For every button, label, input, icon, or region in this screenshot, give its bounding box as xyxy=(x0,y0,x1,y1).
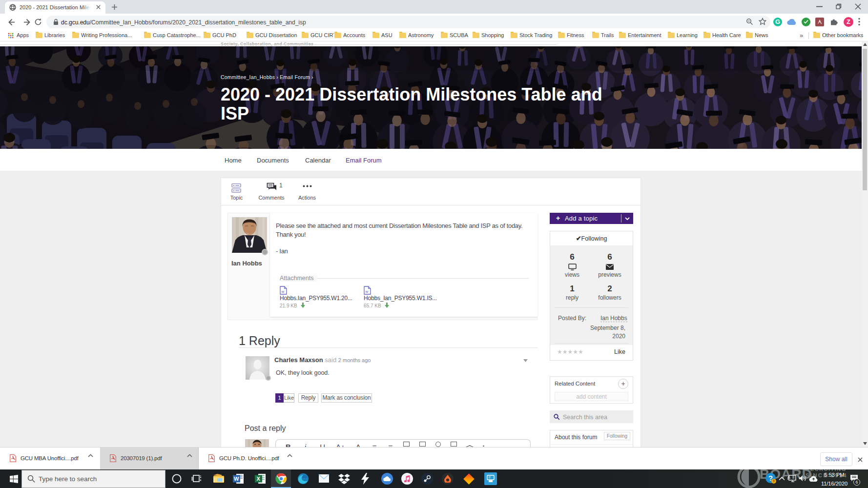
svg-text:W: W xyxy=(234,476,239,482)
svg-text:X: X xyxy=(257,476,261,482)
svg-text:w: w xyxy=(281,289,285,294)
svg-text:w: w xyxy=(365,289,369,294)
